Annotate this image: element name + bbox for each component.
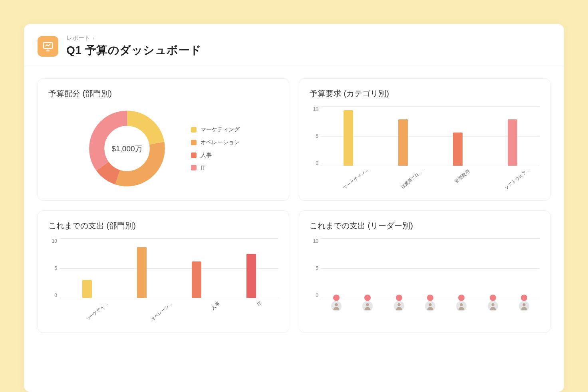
avatar: [488, 301, 498, 311]
bar: [192, 261, 201, 298]
card-grid: 予算配分 (部門別) $1,000万 マーケティング オペレーション 人事 IT: [24, 66, 564, 345]
bar: [246, 254, 256, 298]
y-tick: 5: [316, 133, 318, 139]
presentation-chart-icon: [38, 36, 58, 57]
donut-chart: $1,000万: [87, 109, 167, 188]
card-title: 予算要求 (カテゴリ別): [310, 88, 540, 99]
legend-item: マーケティング: [191, 126, 240, 133]
svg-point-7: [397, 303, 400, 306]
svg-point-6: [366, 303, 369, 306]
y-tick: 10: [313, 106, 318, 112]
bar: [398, 119, 408, 166]
svg-point-8: [429, 303, 431, 306]
card-budget-requests: 予算要求 (カテゴリ別) 10 5 0: [299, 78, 550, 201]
bar: [508, 119, 517, 166]
bar-chart-spend-dept: 10 5 0 マーケティ… オペレーシ…: [60, 238, 278, 310]
avatar: [425, 301, 435, 311]
swatch-icon: [191, 140, 197, 145]
donut-center-value: $1,000万: [111, 145, 142, 153]
y-tick: 10: [313, 238, 318, 244]
legend-item: オペレーション: [191, 139, 240, 146]
bar: [344, 110, 353, 166]
avatar: [362, 301, 373, 311]
swatch-icon: [191, 165, 197, 170]
bar: [82, 280, 92, 298]
bar-chart-requests: 10 5 0 マーケティン… 従業員プロ…: [321, 106, 540, 178]
x-label: IT: [256, 301, 263, 308]
svg-point-10: [491, 303, 494, 306]
y-tick: 0: [316, 160, 318, 166]
card-spend-dept: これまでの支出 (部門別) 10 5 0: [38, 210, 289, 333]
breadcrumb[interactable]: レポート ›: [66, 34, 202, 42]
swatch-icon: [191, 152, 197, 158]
svg-point-11: [522, 303, 525, 306]
page-title: Q1 予算のダッシュボード: [66, 43, 202, 58]
y-tick: 0: [54, 293, 57, 298]
card-title: これまでの支出 (リーダー別): [310, 220, 540, 231]
avatar: [456, 301, 467, 311]
donut-legend: マーケティング オペレーション 人事 IT: [191, 126, 240, 171]
avatar: [519, 301, 529, 311]
y-tick: 5: [54, 265, 57, 271]
bar: [453, 133, 463, 166]
breadcrumb-parent[interactable]: レポート: [66, 34, 90, 42]
y-tick: 10: [52, 238, 57, 244]
card-title: これまでの支出 (部門別): [48, 220, 278, 231]
avatar: [331, 301, 342, 311]
card-title: 予算配分 (部門別): [48, 88, 278, 99]
legend-item: IT: [191, 164, 240, 171]
lollipop-chart-leader: 10 5 0: [321, 238, 540, 310]
legend-item: 人事: [191, 152, 240, 159]
svg-point-9: [460, 303, 463, 306]
card-spend-leader: これまでの支出 (リーダー別) 10 5 0: [299, 210, 550, 333]
chevron-right-icon: ›: [93, 36, 94, 41]
bar: [137, 247, 147, 298]
avatar: [394, 301, 404, 311]
swatch-icon: [191, 127, 197, 133]
header: レポート › Q1 予算のダッシュボード: [24, 24, 564, 66]
y-tick: 5: [316, 265, 318, 271]
dashboard-window: レポート › Q1 予算のダッシュボード 予算配分 (部門別) $1,000万: [24, 24, 564, 392]
y-tick: 0: [316, 293, 318, 298]
card-budget-allocation: 予算配分 (部門別) $1,000万 マーケティング オペレーション 人事 IT: [38, 78, 289, 201]
svg-point-5: [335, 303, 338, 306]
x-label: 人事: [210, 301, 220, 311]
